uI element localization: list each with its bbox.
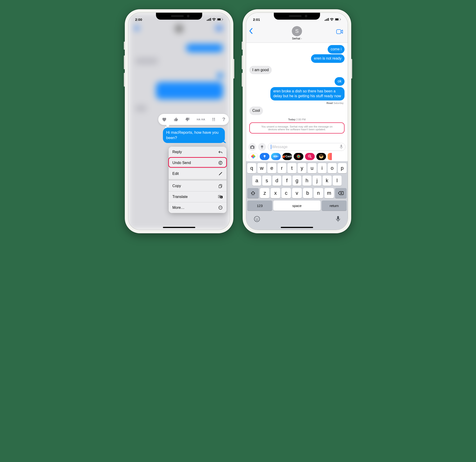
key-f[interactable]: f: [282, 176, 291, 186]
key-l[interactable]: l: [333, 176, 341, 186]
key-g[interactable]: g: [293, 176, 301, 186]
dictation-button[interactable]: [336, 216, 340, 222]
selected-message-bubble[interactable]: Hi macReports, how have you been?: [163, 128, 225, 143]
key-b[interactable]: b: [303, 188, 312, 198]
app-more[interactable]: [328, 153, 332, 160]
key-d[interactable]: d: [272, 176, 281, 186]
svg-rect-0: [207, 20, 207, 21]
key-s[interactable]: s: [262, 176, 271, 186]
contact-avatar[interactable]: S: [292, 26, 302, 36]
menu-more[interactable]: More…: [169, 202, 226, 213]
text-cursor: [271, 145, 271, 149]
message-list[interactable]: come i eren is not ready I am good ok er…: [246, 43, 348, 143]
svg-point-42: [256, 218, 256, 219]
app-audio[interactable]: [271, 153, 281, 160]
svg-rect-2: [209, 18, 210, 21]
imessage-app-strip[interactable]: 🍎Cash: [246, 151, 348, 161]
key-p[interactable]: p: [338, 163, 347, 173]
key-shift[interactable]: [247, 188, 259, 198]
key-c[interactable]: c: [281, 188, 291, 198]
received-message[interactable]: I am good: [249, 66, 272, 74]
tapback-heart[interactable]: [162, 117, 167, 122]
received-message[interactable]: Cool: [249, 107, 263, 115]
app-findmy[interactable]: [305, 153, 315, 160]
svg-rect-3: [210, 18, 211, 21]
more-icon: [218, 205, 223, 210]
key-n[interactable]: n: [314, 188, 323, 198]
svg-rect-23: [335, 18, 339, 20]
svg-rect-44: [337, 216, 339, 219]
emoji-button[interactable]: [254, 216, 260, 222]
key-delete[interactable]: [335, 188, 347, 198]
keyboard-row-4: 123 space return: [247, 201, 347, 211]
key-e[interactable]: e: [267, 163, 276, 173]
phone-left: 2:00: [125, 9, 233, 233]
key-h[interactable]: h: [302, 176, 311, 186]
home-indicator[interactable]: [163, 227, 195, 228]
svg-rect-5: [217, 18, 221, 20]
facetime-button[interactable]: [336, 29, 343, 34]
key-z[interactable]: z: [260, 188, 269, 198]
svg-point-7: [219, 161, 222, 165]
svg-rect-18: [325, 20, 325, 21]
app-store[interactable]: [260, 153, 269, 160]
key-return[interactable]: return: [322, 201, 347, 211]
key-space[interactable]: space: [273, 201, 321, 211]
menu-edit-label: Edit: [172, 172, 179, 176]
back-button[interactable]: [249, 28, 253, 34]
menu-translate[interactable]: Translate A文: [169, 192, 226, 202]
camera-button[interactable]: [248, 143, 256, 151]
menu-copy[interactable]: Copy: [169, 181, 226, 192]
key-i[interactable]: i: [318, 163, 327, 173]
key-x[interactable]: x: [271, 188, 280, 198]
menu-edit[interactable]: Edit: [169, 168, 226, 179]
tapback-thumbs-down[interactable]: [185, 117, 190, 122]
home-indicator[interactable]: [281, 227, 313, 228]
sent-message[interactable]: ok: [335, 77, 345, 86]
cellular-icon: [325, 18, 329, 21]
menu-reply[interactable]: Reply: [169, 147, 226, 158]
tapback-thumbs-up[interactable]: [174, 117, 178, 122]
key-m[interactable]: m: [324, 188, 334, 198]
app-store-button[interactable]: [258, 143, 266, 151]
key-a[interactable]: a: [252, 176, 261, 186]
svg-rect-9: [219, 185, 221, 188]
key-k[interactable]: k: [323, 176, 331, 186]
svg-line-35: [310, 157, 312, 158]
tapback-question[interactable]: ?: [222, 117, 225, 122]
unsent-notice: You unsent a message. Serhat may still s…: [252, 124, 342, 132]
key-o[interactable]: o: [328, 163, 337, 173]
tapback-haha[interactable]: HA HA: [197, 118, 205, 121]
sent-message[interactable]: eren broke a dish so there has been a de…: [270, 87, 345, 101]
key-numbers[interactable]: 123: [247, 201, 272, 211]
menu-reply-label: Reply: [172, 150, 182, 154]
key-r[interactable]: r: [278, 163, 287, 173]
app-apple-cash[interactable]: 🍎Cash: [282, 153, 292, 160]
compose-bar: iMessage: [246, 142, 348, 152]
sent-message[interactable]: eren is not ready: [311, 54, 345, 63]
svg-point-36: [309, 156, 310, 156]
app-photos[interactable]: [248, 153, 258, 160]
key-j[interactable]: j: [313, 176, 321, 186]
key-q[interactable]: q: [247, 163, 256, 173]
dictation-icon[interactable]: [340, 145, 343, 149]
key-v[interactable]: v: [292, 188, 302, 198]
key-u[interactable]: u: [307, 163, 316, 173]
app-cash-label: Cash: [285, 155, 292, 158]
contact-name[interactable]: Serhat: [292, 37, 302, 40]
menu-undo-send[interactable]: Undo Send: [169, 158, 226, 168]
cellular-icon: [207, 18, 211, 21]
status-icons: [325, 18, 341, 21]
sent-message[interactable]: come i: [328, 45, 345, 54]
key-t[interactable]: t: [288, 163, 297, 173]
app-fitness[interactable]: [294, 153, 303, 160]
message-input[interactable]: iMessage: [268, 143, 345, 151]
menu-translate-label: Translate: [172, 195, 188, 199]
keyboard-row-2: a s d f g h j k l: [247, 176, 347, 186]
input-placeholder: iMessage: [272, 145, 288, 149]
tapback-exclaim[interactable]: !!: [212, 117, 215, 122]
key-w[interactable]: w: [257, 163, 266, 173]
key-y[interactable]: y: [298, 163, 307, 173]
app-memoji[interactable]: [316, 153, 326, 160]
svg-rect-1: [208, 19, 209, 21]
